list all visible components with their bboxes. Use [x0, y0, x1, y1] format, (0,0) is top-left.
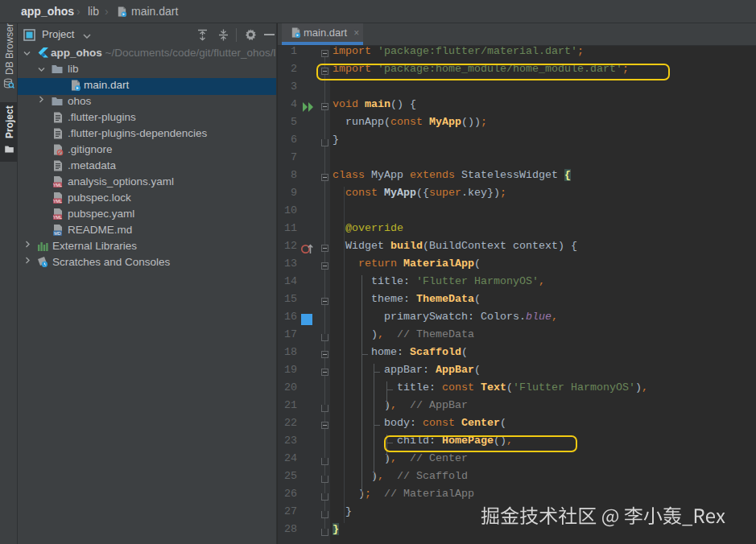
svg-text:YML: YML — [53, 199, 62, 204]
svg-text:YML: YML — [53, 183, 62, 188]
svg-text:YML: YML — [53, 215, 62, 220]
svg-text:MD: MD — [54, 231, 60, 236]
